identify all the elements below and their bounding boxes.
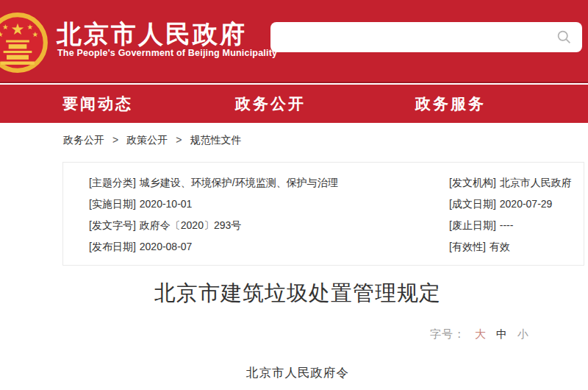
meta-value: 城乡建设、环境保护/环境监测、保护与治理 bbox=[140, 177, 338, 188]
meta-label: [主题分类] bbox=[89, 177, 136, 188]
font-size-selector: 字号：大中小 bbox=[430, 327, 529, 341]
font-size-medium-button[interactable]: 中 bbox=[496, 327, 508, 340]
search-box bbox=[270, 22, 582, 52]
meta-row-repeal-date: [废止日期]---- bbox=[449, 215, 581, 236]
nav-item-government-affairs[interactable]: 政务公开 bbox=[235, 85, 306, 123]
document-heading: 北京市人民政府令 bbox=[0, 365, 588, 381]
meta-value: 政府令〔2020〕293号 bbox=[140, 219, 242, 231]
meta-row-publish-date: [发布日期]2020-08-07 bbox=[89, 236, 434, 258]
meta-row-document-number: [发文字号]政府令〔2020〕293号 bbox=[89, 215, 434, 236]
meta-row-issuing-agency: [发文机构]北京市人民政府 bbox=[449, 172, 581, 194]
meta-label: [发文机构] bbox=[449, 177, 496, 188]
font-size-small-button[interactable]: 小 bbox=[517, 327, 529, 340]
svg-text:★: ★ bbox=[2, 23, 9, 31]
meta-row-topic: [主题分类]城乡建设、环境保护/环境监测、保护与治理 bbox=[89, 172, 434, 194]
article-title: 北京市建筑垃圾处置管理规定 bbox=[0, 279, 588, 308]
meta-value: ---- bbox=[500, 219, 514, 231]
breadcrumb-item-1[interactable]: 政务公开 bbox=[63, 134, 104, 146]
meta-label: [成文日期] bbox=[449, 198, 496, 210]
meta-value: 2020-08-07 bbox=[140, 241, 193, 252]
nav-item-news[interactable]: 要闻动态 bbox=[62, 85, 133, 123]
site-title: 北京市人民政府 bbox=[57, 18, 247, 52]
meta-label: [发布日期] bbox=[89, 241, 136, 252]
svg-text:★: ★ bbox=[26, 23, 33, 31]
meta-column-right: [发文机构]北京市人民政府 [成文日期]2020-07-29 [废止日期]---… bbox=[449, 172, 581, 258]
meta-label: [有效性] bbox=[449, 241, 486, 252]
site-header: ★ ★ ★ ★ ★ 北京市人民政府 The People's Governmen… bbox=[0, 0, 588, 83]
search-input[interactable] bbox=[270, 22, 582, 52]
main-nav: 要闻动态 政务公开 政务服务 bbox=[0, 85, 588, 123]
meta-label: [实施日期] bbox=[89, 198, 136, 210]
meta-row-effective-date: [实施日期]2020-10-01 bbox=[89, 194, 434, 215]
search-icon[interactable] bbox=[556, 29, 572, 45]
svg-text:★: ★ bbox=[11, 21, 25, 38]
meta-value: 有效 bbox=[490, 241, 510, 252]
meta-label: [发文字号] bbox=[89, 219, 136, 231]
meta-value: 2020-07-29 bbox=[500, 198, 553, 210]
site-subtitle: The People's Government of Beijing Munic… bbox=[57, 48, 277, 58]
national-emblem-icon: ★ ★ ★ ★ ★ bbox=[0, 10, 50, 75]
svg-text:★: ★ bbox=[0, 30, 4, 38]
meta-label: [废止日期] bbox=[449, 219, 496, 231]
breadcrumb-item-2[interactable]: 政策公开 bbox=[126, 134, 168, 146]
breadcrumb-item-3[interactable]: 规范性文件 bbox=[190, 134, 241, 146]
meta-row-signed-date: [成文日期]2020-07-29 bbox=[449, 194, 581, 215]
nav-item-government-services[interactable]: 政务服务 bbox=[415, 85, 486, 123]
meta-value: 北京市人民政府 bbox=[500, 177, 572, 188]
breadcrumb-separator: > bbox=[176, 134, 182, 146]
font-size-large-button[interactable]: 大 bbox=[475, 327, 487, 340]
meta-column-left: [主题分类]城乡建设、环境保护/环境监测、保护与治理 [实施日期]2020-10… bbox=[89, 172, 434, 258]
breadcrumb: 政务公开>政策公开>规范性文件 bbox=[63, 134, 241, 147]
breadcrumb-separator: > bbox=[112, 134, 118, 146]
page: ★ ★ ★ ★ ★ 北京市人民政府 The People's Governmen… bbox=[0, 0, 588, 390]
document-meta-box: [主题分类]城乡建设、环境保护/环境监测、保护与治理 [实施日期]2020-10… bbox=[62, 162, 584, 266]
svg-text:★: ★ bbox=[32, 30, 38, 38]
font-size-label: 字号： bbox=[430, 327, 465, 340]
meta-value: 2020-10-01 bbox=[140, 198, 193, 210]
meta-row-validity: [有效性]有效 bbox=[449, 236, 581, 258]
